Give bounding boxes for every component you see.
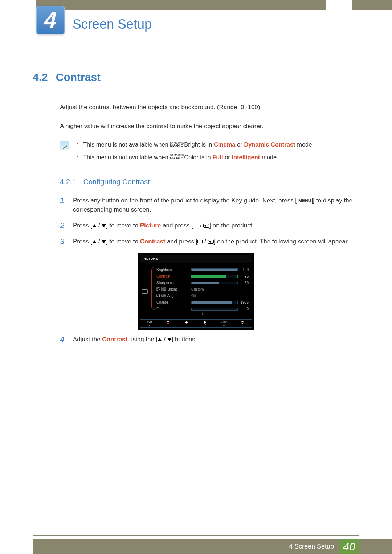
note-item-2: This menu is not available when SAMSUNGM… <box>77 153 359 162</box>
magic-color-link: Color <box>184 154 198 160</box>
osd-grouping-arc <box>151 267 155 310</box>
magic-bright-link: Bright <box>184 141 200 148</box>
source-button-icon <box>197 240 203 243</box>
osd-row-magic-bright: SAMSUNGMAGIC Bright : Custom <box>156 286 249 293</box>
enter-button-icon <box>203 224 209 228</box>
osd-hint-down <box>159 320 177 327</box>
down-arrow-icon <box>167 338 172 341</box>
sharpness-bar-fill <box>192 282 219 284</box>
enter-button-icon <box>208 240 214 244</box>
page-footer: 4 Screen Setup 40 <box>0 539 392 554</box>
step-4: 4 Adjust the Contrast using the [ / ] bu… <box>60 335 359 344</box>
samsung-magic-logo: SAMSUNGMAGIC <box>170 142 184 147</box>
osd-hint-exit: EXIT <box>140 320 159 327</box>
osd-row-contrast: Contrast : 75 <box>156 273 249 280</box>
note-item-1: This menu is not available when SAMSUNGM… <box>77 140 359 149</box>
steps-list: 1 Press any button on the front of the p… <box>60 196 359 247</box>
up-arrow-icon <box>158 338 162 341</box>
osd-screenshot: PICTURE Brightness : 100 Contrast : <box>138 253 254 330</box>
brightness-bar-fill <box>192 269 237 271</box>
subsection-title: Configuring Contrast <box>83 176 150 187</box>
down-arrow-icon <box>102 240 106 243</box>
chapter-title: Screen Setup <box>73 15 152 34</box>
samsung-magic-logo: SAMSUNGMAGIC <box>170 154 184 159</box>
note-list: This menu is not available when SAMSUNGM… <box>77 140 359 165</box>
up-arrow-icon <box>92 240 97 243</box>
page-number: 40 <box>339 539 359 554</box>
contrast-bar-fill <box>192 275 226 278</box>
osd-footer-hints: EXIT AUTO <box>140 319 252 327</box>
section-number: 4.2 <box>33 69 48 85</box>
step-3: 3 Press [ / ] to move to Contrast and pr… <box>60 237 359 246</box>
step-1: 1 Press any button on the front of the p… <box>60 196 359 214</box>
power-icon <box>241 321 244 324</box>
osd-row-brightness: Brightness : 100 <box>156 267 249 273</box>
note-icon <box>60 141 69 150</box>
picture-category-icon <box>142 289 148 294</box>
menu-button-chip: MENU <box>297 198 313 204</box>
osd-scroll-down-icon: ▼ <box>156 312 249 317</box>
header-accent-band <box>36 0 392 10</box>
footer-rule <box>33 535 359 536</box>
osd-title: PICTURE <box>140 255 252 263</box>
osd-hint-power <box>233 320 252 327</box>
osd-category-rail <box>140 263 149 320</box>
chapter-number-badge: 4 <box>36 6 65 34</box>
section-title: Contrast <box>56 69 101 85</box>
osd-row-sharpness: Sharpness : 60 <box>156 280 249 286</box>
osd-hint-right <box>196 320 215 327</box>
footer-chapter-label: 4 Screen Setup <box>289 542 334 551</box>
step-2: 2 Press [ / ] to move to Picture and pre… <box>60 221 359 230</box>
intro-paragraph-2: A higher value will increase the contras… <box>60 122 359 131</box>
osd-hint-auto: AUTO <box>215 320 233 327</box>
down-arrow-icon <box>102 224 106 227</box>
osd-row-magic-angle: SAMSUNGMAGIC Angle : Off <box>156 293 249 299</box>
chapter-number: 4 <box>44 9 57 31</box>
coarse-bar-fill <box>192 301 232 304</box>
osd-row-coarse: Coarse : 1936 <box>156 299 249 306</box>
source-button-icon <box>193 224 198 227</box>
up-arrow-icon <box>92 224 97 227</box>
osd-row-fine: Fine : 0 <box>156 306 249 312</box>
intro-paragraph-1: Adjust the contrast between the objects … <box>60 103 359 112</box>
header-band-gap <box>326 0 352 10</box>
osd-hint-up <box>177 320 196 327</box>
subsection-number: 4.2.1 <box>60 176 76 187</box>
